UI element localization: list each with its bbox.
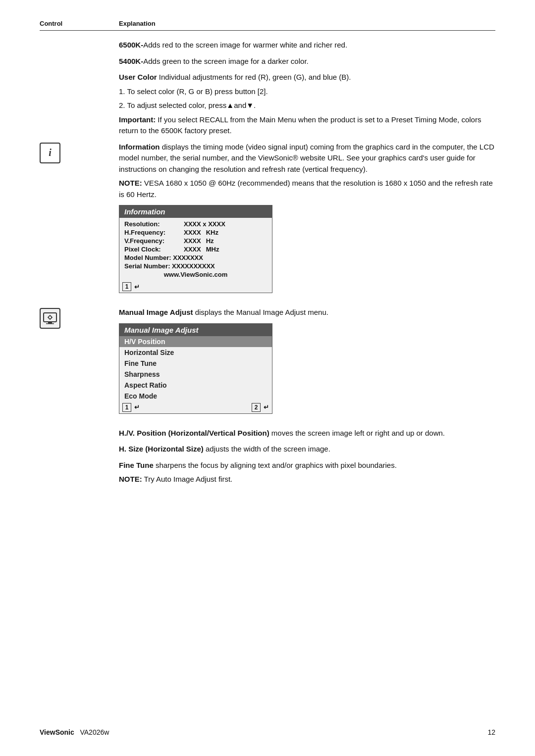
color-6500k-text: Adds red to the screen image for warmer … <box>143 41 347 49</box>
information-note-bold: NOTE: <box>119 179 142 187</box>
mia-intro: Manual Image Adjust displays the Manual … <box>119 307 495 318</box>
info-website: www.ViewSonic.com <box>124 270 267 279</box>
info-row-pixelclock: Pixel Clock: XXXX MHz <box>124 245 267 253</box>
svg-rect-1 <box>48 322 52 323</box>
info-row-vfreq: V.Frequency: XXXX Hz <box>124 237 267 245</box>
fine-tune-note-bold: NOTE: <box>119 475 142 483</box>
information-box-body: Resolution: XXXX x XXXX H.Frequency: XXX… <box>119 218 272 281</box>
vfreq-value: XXXX <box>184 237 201 245</box>
fine-tune-note: NOTE: Try Auto Image Adjust first. <box>119 474 495 485</box>
color-5400k-label: 5400K- <box>119 57 143 65</box>
mia-icon <box>40 308 60 329</box>
mia-icon-col <box>40 307 119 329</box>
mia-item-sharpness[interactable]: Sharpness <box>119 369 272 380</box>
user-color-line3: 2. To adjust selected color, press▲and▼. <box>119 100 495 111</box>
mia-footer-right-num: 2 <box>252 403 261 412</box>
user-color-line2: 1. To select color (R, G or B) press but… <box>119 86 495 98</box>
footer-page: 12 <box>487 728 495 736</box>
mia-box: Manual Image Adjust H/V Position Horizon… <box>119 323 272 414</box>
info-i-letter: i <box>49 147 52 158</box>
information-box-title: Information <box>119 205 272 218</box>
mia-footer-left-num: 1 <box>122 403 131 412</box>
information-block: i Information displays the timing mode (… <box>40 142 495 298</box>
mia-item-horizontal-size[interactable]: Horizontal Size <box>119 347 272 358</box>
mia-item-fine-tune[interactable]: Fine Tune <box>119 358 272 369</box>
user-color-label: User Color <box>119 73 157 81</box>
information-note: NOTE: VESA 1680 x 1050 @ 60Hz (recommend… <box>119 178 495 200</box>
info-footer-enter: ↵ <box>134 283 140 291</box>
info-model: Model Number: XXXXXXX <box>124 253 267 262</box>
information-box-footer: 1 ↵ <box>119 281 272 293</box>
user-color-line1: User Color Individual adjustments for re… <box>119 72 495 83</box>
info-row-resolution: Resolution: XXXX x XXXX <box>124 220 267 228</box>
information-intro: Information displays the timing mode (vi… <box>119 142 495 175</box>
hv-position-bold: H./V. Position (Horizontal/Vertical Posi… <box>119 429 269 437</box>
pixelclock-value: XXXX <box>184 246 201 253</box>
footer-space <box>76 728 78 736</box>
information-intro-rest: displays the timing mode (video signal i… <box>119 143 494 173</box>
user-color-line3-post: . <box>254 101 256 109</box>
header-explanation: Explanation <box>119 20 156 27</box>
information-note-rest: VESA 1680 x 1050 @ 60Hz (recommended) me… <box>119 179 493 199</box>
table-header: Control Explanation <box>40 20 495 31</box>
user-color-desc: Individual adjustments for red (R), gree… <box>157 73 351 81</box>
mia-footer-right-enter: ↵ <box>264 403 269 411</box>
mia-item-eco-mode[interactable]: Eco Mode <box>119 391 272 402</box>
user-color-block: User Color Individual adjustments for re… <box>119 72 495 137</box>
mia-intro-bold: Manual Image Adjust <box>119 308 193 316</box>
mia-footer-right: 2 ↵ <box>252 403 269 412</box>
vfreq-unit: Hz <box>206 237 214 245</box>
information-box: Information Resolution: XXXX x XXXX H.Fr… <box>119 205 272 293</box>
svg-rect-2 <box>46 323 54 324</box>
color-6500k-label: 6500K- <box>119 41 143 49</box>
header-control: Control <box>40 20 119 27</box>
mia-footer-left: 1 ↵ <box>122 403 140 412</box>
user-color-arrows: ▲and▼ <box>226 101 254 109</box>
information-icon: i <box>40 143 60 163</box>
mia-footer-left-enter: ↵ <box>134 403 140 411</box>
info-footer-num: 1 <box>122 282 131 291</box>
mia-block: Manual Image Adjust displays the Manual … <box>40 307 495 418</box>
fine-tune-rest: sharpens the focus by aligning text and/… <box>154 461 397 469</box>
hfreq-unit: KHz <box>206 229 218 236</box>
page-footer: ViewSonic VA2026w 12 <box>40 728 495 736</box>
fine-tune-bold: Fine Tune <box>119 461 154 469</box>
hv-position-block: H./V. Position (Horizontal/Vertical Posi… <box>119 428 495 439</box>
color-5400k-text: Adds green to the screen image for a dar… <box>143 57 309 65</box>
h-size-block: H. Size (Horizontal Size) adjusts the wi… <box>119 444 495 455</box>
resolution-label: Resolution: <box>124 220 179 228</box>
fine-tune-note-rest: Try Auto Image Adjust first. <box>142 475 233 483</box>
pixelclock-unit: MHz <box>206 246 219 253</box>
information-intro-bold: Information <box>119 143 160 151</box>
mia-svg <box>43 311 57 326</box>
user-color-important-label: Important: <box>119 115 156 124</box>
mia-item-hv-position[interactable]: H/V Position <box>119 336 272 347</box>
mia-box-title: Manual Image Adjust <box>119 324 272 336</box>
fine-tune-block: Fine Tune sharpens the focus by aligning… <box>119 460 495 485</box>
page: Control Explanation 6500K-Adds red to th… <box>0 0 535 756</box>
fine-tune-main: Fine Tune sharpens the focus by aligning… <box>119 460 495 471</box>
mia-item-aspect-ratio[interactable]: Aspect Ratio <box>119 380 272 391</box>
footer-brand: ViewSonic <box>40 728 74 736</box>
hfreq-value: XXXX <box>184 229 201 236</box>
svg-point-3 <box>49 316 52 319</box>
h-size-rest: adjusts the width of the screen image. <box>204 445 330 453</box>
user-color-important-text: If you select RECALL from the Main Menu … <box>119 115 481 135</box>
pixelclock-label: Pixel Clock: <box>124 246 179 253</box>
footer-brand-model: ViewSonic VA2026w <box>40 728 109 736</box>
svg-rect-0 <box>44 313 56 322</box>
user-color-important: Important: If you select RECALL from the… <box>119 114 495 137</box>
color-5400k-block: 5400K-Adds green to the screen image for… <box>119 56 495 67</box>
color-6500k-block: 6500K-Adds red to the screen image for w… <box>119 40 495 51</box>
h-size-bold: H. Size (Horizontal Size) <box>119 445 204 453</box>
info-serial: Serial Number: XXXXXXXXXX <box>124 262 267 270</box>
vfreq-label: V.Frequency: <box>124 237 179 245</box>
resolution-value: XXXX x XXXX <box>184 220 225 228</box>
mia-intro-rest: displays the Manual Image Adjust menu. <box>193 308 328 316</box>
hfreq-label: H.Frequency: <box>124 229 179 236</box>
hv-position-rest: moves the screen image left or right and… <box>269 429 445 437</box>
footer-model: VA2026w <box>80 728 109 736</box>
information-text-col: Information displays the timing mode (vi… <box>119 142 495 298</box>
info-row-hfreq: H.Frequency: XXXX KHz <box>124 228 267 237</box>
mia-text-col: Manual Image Adjust displays the Manual … <box>119 307 495 418</box>
